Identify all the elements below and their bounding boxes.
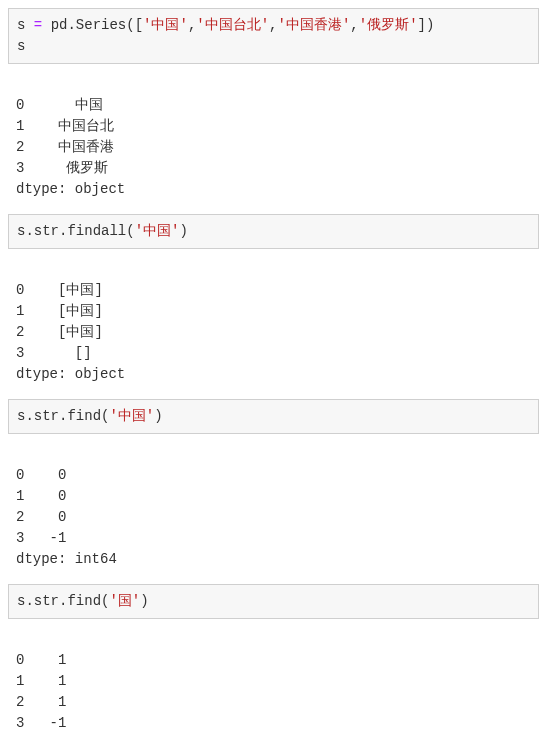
tok-fn: findall: [67, 223, 126, 239]
tok-close: ): [154, 408, 162, 424]
tok-str: '中国台北': [196, 17, 269, 33]
tok-close: ): [140, 593, 148, 609]
tok-comma: ,: [350, 17, 358, 33]
tok-op: =: [34, 17, 42, 33]
tok-space: [25, 17, 33, 33]
tok-ns: str: [34, 593, 59, 609]
code-line-1: s = pd.Series(['中国','中国台北','中国香港','俄罗斯']…: [17, 17, 434, 33]
tok-ns: str: [34, 408, 59, 424]
code-line-2: s: [17, 38, 25, 54]
tok-dot: .: [67, 17, 75, 33]
tok-dot: .: [25, 408, 33, 424]
tok-dot: .: [25, 223, 33, 239]
tok-ns: pd: [51, 17, 68, 33]
code-cell-1: s.str.findall('中国'): [8, 214, 539, 249]
tok-str: '中国香港': [278, 17, 351, 33]
code-cell-3: s.str.find('国'): [8, 584, 539, 619]
tok-close: ): [179, 223, 187, 239]
tok-open: ([: [126, 17, 143, 33]
tok-close: ]): [418, 17, 435, 33]
tok-space: [42, 17, 50, 33]
tok-ns: str: [34, 223, 59, 239]
tok-fn: find: [67, 408, 101, 424]
tok-comma: ,: [269, 17, 277, 33]
tok-str: '中国': [143, 17, 188, 33]
output-cell-3: 0 1 1 1 2 1 3 -1 dtype: int64: [8, 623, 539, 735]
tok-open: (: [126, 223, 134, 239]
tok-str: '俄罗斯': [359, 17, 418, 33]
output-cell-2: 0 0 1 0 2 0 3 -1 dtype: int64: [8, 438, 539, 576]
output-cell-1: 0 [中国] 1 [中国] 2 [中国] 3 [] dtype: object: [8, 253, 539, 391]
code-cell-0: s = pd.Series(['中国','中国台北','中国香港','俄罗斯']…: [8, 8, 539, 64]
tok-dot: .: [25, 593, 33, 609]
tok-str: '国': [109, 593, 140, 609]
code-cell-2: s.str.find('中国'): [8, 399, 539, 434]
output-cell-0: 0 中国 1 中国台北 2 中国香港 3 俄罗斯 dtype: object: [8, 68, 539, 206]
tok-fn: find: [67, 593, 101, 609]
tok-str: '中国': [109, 408, 154, 424]
tok-fn: Series: [76, 17, 126, 33]
tok-str: '中国': [135, 223, 180, 239]
